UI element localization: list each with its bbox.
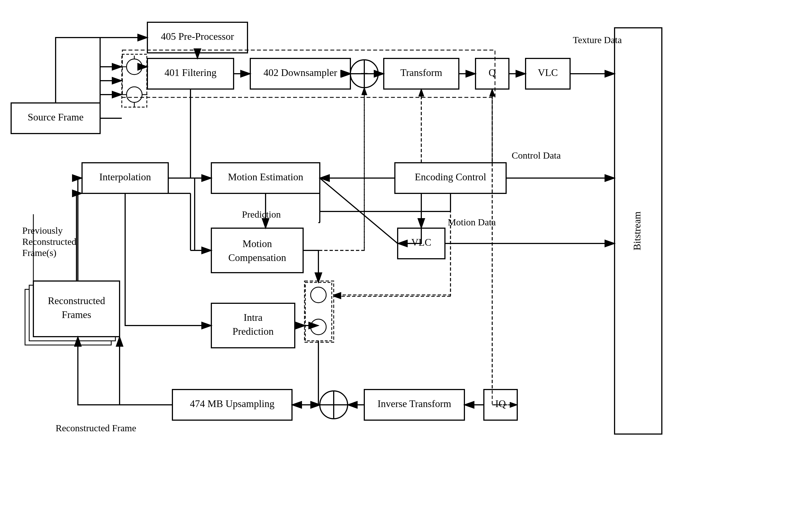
prev-reconstructed-label2: Reconstructed [22,236,77,247]
intra-prediction-block [211,303,295,348]
filtering-label: 401 Filtering [164,67,217,78]
switch-circle-mid-1 [311,287,326,303]
path-src-switch [100,81,122,103]
reconstructed-frame-bottom-label: Reconstructed Frame [56,423,136,433]
switch-circle-mid-2 [311,319,326,335]
path-q-iq-dashed [492,89,517,405]
interpolation-label: Interpolation [99,171,151,182]
switch-circle-top-1 [126,59,142,75]
path-mc-switch [303,250,319,282]
path-me-vlcm-pred [320,193,421,211]
intra-prediction-label2: Prediction [233,326,274,337]
motion-data-label: Motion Data [448,217,496,227]
inverse-transform-label: Inverse Transform [378,398,451,409]
pre-processor-label: 405 Pre-Processor [161,31,234,42]
prev-reconstructed-label: Previously [22,225,63,236]
reconstructed-frames-front [33,281,120,337]
prediction-label: Prediction [242,209,281,220]
motion-compensation-label2: Compensation [228,252,286,263]
vlc-top-label: VLC [538,67,558,78]
path-switchmid-adder [319,341,320,405]
reconstructed-frames-label: Reconstructed [48,295,105,306]
transform-label: Transform [400,67,443,78]
motion-estimation-label: Motion Estimation [228,171,303,182]
prev-reconstructed-label3: Frame(s) [22,248,56,258]
downsampler-label: 402 Downsampler [264,67,337,78]
motion-compensation-block [211,228,303,273]
iq-label: IQ [495,398,506,409]
encoding-control-label: Encoding Control [415,171,486,182]
svg-text:+: + [360,66,368,81]
switch-circle-top-2 [126,87,142,103]
source-frame-label: Source Frame [28,112,84,123]
motion-compensation-label: Motion [242,238,272,249]
mb-upsampling-label: 474 MB Upsampling [190,398,274,409]
path-interp-mc-clean [168,178,211,250]
texture-data-label: Texture Data [573,35,622,45]
control-data-label: Control Data [512,150,561,161]
bitstream-label: Bitstream [632,211,643,250]
path-interp-ip-clean [125,193,211,325]
intra-prediction-label: Intra [244,312,263,323]
path-mbu-recon [78,337,173,405]
arrow-me-vlc [320,178,398,244]
reconstructed-frames-label2: Frames [62,309,91,320]
